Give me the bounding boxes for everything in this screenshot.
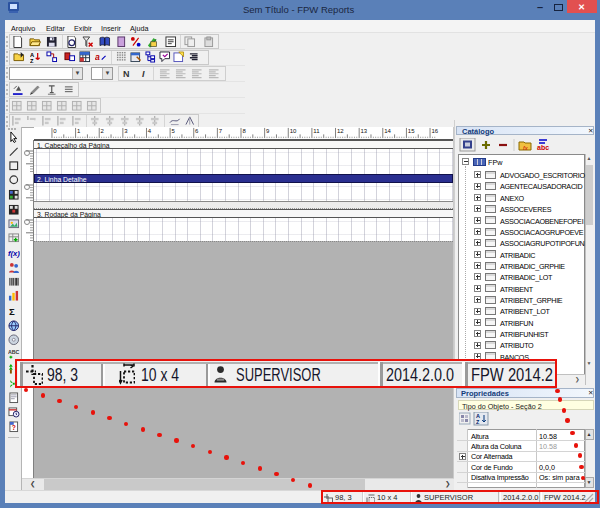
svg-text:0: 0 [53,128,57,134]
svg-text:7: 7 [219,128,223,134]
svg-text:6: 6 [195,128,199,134]
svg-text:16: 16 [431,128,438,134]
svg-text:14: 14 [384,128,391,134]
svg-text:a: a [95,52,100,62]
svg-text:12: 12 [337,128,344,134]
svg-text:10: 10 [290,128,297,134]
svg-text:1: 1 [77,128,81,134]
svg-text:2: 2 [101,128,105,134]
svg-text:8: 8 [242,128,246,134]
svg-text:3: 3 [124,128,128,134]
svg-text:5: 5 [172,128,176,134]
svg-text:13: 13 [361,128,368,134]
svg-text:Z: Z [30,58,34,63]
svg-text:f(x): f(x) [8,249,20,258]
svg-text:4: 4 [148,128,152,134]
svg-text:Σ: Σ [9,306,15,317]
svg-text:9: 9 [266,128,270,134]
svg-text:11: 11 [313,128,320,134]
svg-text:ABC: ABC [8,349,20,355]
svg-text:15: 15 [408,128,415,134]
svg-text:abc: abc [537,144,549,151]
